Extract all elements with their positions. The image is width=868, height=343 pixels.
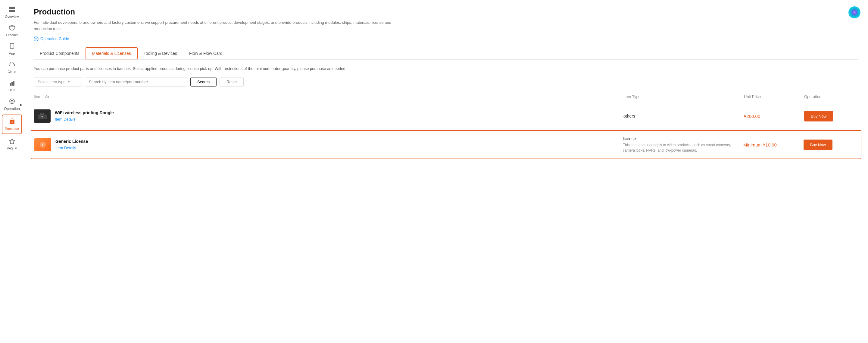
tab-bar: Product Components Materials & Licenses … (34, 47, 858, 60)
item-type-name-license: license (623, 136, 743, 141)
sidebar-item-cloud[interactable]: Cloud (0, 58, 24, 77)
svg-rect-1 (12, 7, 15, 9)
svg-rect-0 (9, 7, 12, 9)
sidebar-label-purchase: Purchase (5, 127, 19, 131)
sidebar-label-operation: Operation (4, 107, 20, 111)
svg-rect-3 (12, 10, 15, 12)
operation-icon (9, 98, 16, 106)
sidebar-label-data: Data (8, 88, 16, 92)
app-icon (9, 43, 16, 50)
select-placeholder: Select item type (38, 80, 66, 84)
svg-rect-7 (10, 83, 11, 86)
svg-point-11 (11, 101, 13, 102)
svg-point-19 (34, 37, 38, 41)
table-row: WiFi wireless printing Dongle Item Detai… (34, 104, 858, 129)
main-content: Production For individual developers, br… (24, 0, 868, 343)
sidebar-item-product[interactable]: Product (0, 21, 24, 40)
table-header: Item Info Item Type Unit Price Operation (34, 91, 858, 102)
operation-guide-link[interactable]: Operation Guide (34, 36, 858, 41)
guide-icon (34, 36, 38, 41)
sidebar-item-vas[interactable]: VAS ↗ (0, 135, 24, 153)
vas-icon (9, 138, 16, 145)
tab-tooling-devices[interactable]: Tooling & Devices (137, 47, 183, 59)
data-icon (9, 80, 16, 87)
sidebar-item-app[interactable]: App (0, 40, 24, 58)
sidebar-label-vas: VAS ↗ (7, 146, 17, 150)
item-info-license: t Generic License Item Details (34, 138, 623, 151)
cloud-icon (9, 61, 16, 69)
svg-point-17 (11, 121, 13, 123)
item-text-wifi: WiFi wireless printing Dongle Item Detai… (55, 110, 114, 122)
item-details-link-license[interactable]: Item Details (55, 146, 76, 150)
operation-guide-label: Operation Guide (40, 36, 69, 41)
svg-rect-8 (11, 82, 13, 86)
header-item-type: Item Type (623, 94, 744, 99)
item-thumbnail-license: t (34, 138, 51, 151)
page-description: For individual developers, brand owners … (34, 20, 395, 32)
tab-flow-flow-card[interactable]: Flow & Flow Card (183, 47, 228, 59)
item-thumbnail-wifi (34, 109, 51, 123)
item-name-wifi: WiFi wireless printing Dongle (55, 110, 114, 115)
header-unit-price: Unit Price (744, 94, 804, 99)
search-input[interactable] (85, 77, 187, 86)
purchase-icon (9, 118, 16, 126)
notice-text: You can purchase product parts and licen… (34, 66, 858, 72)
overview-icon (9, 6, 16, 13)
item-name-license: Generic License (55, 139, 88, 144)
sidebar-label-overview: Overview (5, 15, 19, 19)
operation-arrow-icon: ▶ (20, 103, 23, 106)
product-icon (9, 24, 16, 32)
sidebar-item-overview[interactable]: Overview (0, 3, 24, 21)
buy-now-button-license[interactable]: Buy Now (804, 140, 833, 150)
svg-point-18 (848, 6, 861, 19)
item-text-license: Generic License Item Details (55, 139, 88, 150)
sidebar: Overview Product App Cloud (0, 0, 24, 343)
svg-point-25 (42, 116, 43, 117)
page-title: Production (34, 7, 858, 17)
svg-text:t: t (42, 143, 43, 147)
table-row: t Generic License Item Details license T… (31, 130, 861, 159)
chevron-down-icon: ▼ (67, 80, 70, 84)
item-type-select[interactable]: Select item type ▼ (34, 77, 82, 86)
price-license: Minimum ¥10.00 (743, 142, 804, 147)
item-info-wifi: WiFi wireless printing Dongle Item Detai… (34, 109, 623, 123)
price-wifi: ¥200.00 (744, 114, 804, 119)
item-type-desc-license: This item does not apply to video produc… (623, 142, 743, 153)
sidebar-item-purchase[interactable]: Purchase (2, 115, 22, 134)
reset-button[interactable]: Reset (220, 77, 244, 86)
sidebar-label-product: Product (6, 33, 18, 37)
operation-license: Buy Now (804, 140, 858, 150)
filter-row: Select item type ▼ Search Reset (34, 77, 858, 86)
app-logo (848, 6, 861, 19)
tab-product-components[interactable]: Product Components (34, 47, 86, 59)
header-operation: Operation (804, 94, 858, 99)
item-type-name-wifi: others (623, 114, 744, 118)
sidebar-label-cloud: Cloud (7, 70, 16, 74)
header-item-info: Item Info (34, 94, 623, 99)
tab-materials-licenses[interactable]: Materials & Licenses (86, 47, 137, 59)
search-button[interactable]: Search (190, 77, 217, 86)
svg-point-20 (36, 39, 36, 40)
sidebar-label-app: App (9, 52, 15, 55)
item-type-wifi: others (623, 114, 744, 118)
item-type-license: license This item does not apply to vide… (623, 136, 743, 153)
svg-rect-2 (9, 10, 12, 12)
svg-rect-23 (41, 112, 43, 114)
operation-wifi: Buy Now (804, 111, 858, 121)
svg-rect-9 (13, 81, 14, 86)
sidebar-item-operation[interactable]: Operation ▶ (0, 95, 24, 114)
buy-now-button-wifi[interactable]: Buy Now (804, 111, 833, 121)
sidebar-item-data[interactable]: Data (0, 77, 24, 95)
item-details-link-wifi[interactable]: Item Details (55, 117, 75, 121)
